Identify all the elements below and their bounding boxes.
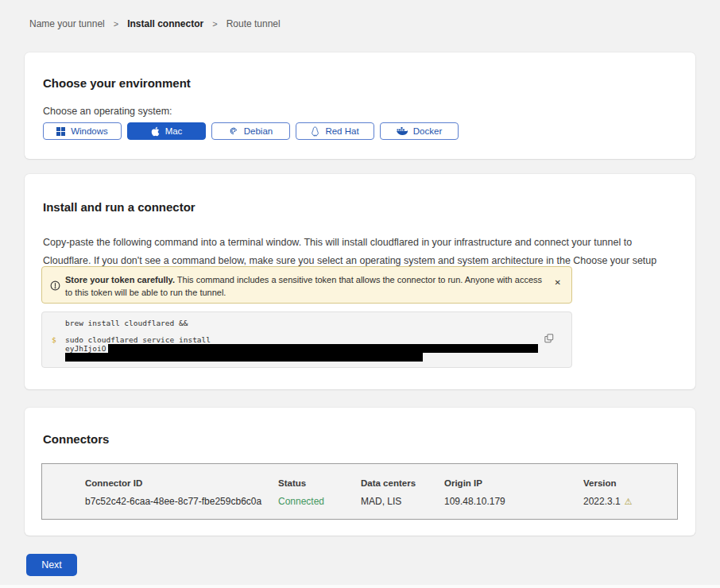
version-value: 2022.3.1⚠ (583, 496, 677, 507)
connectors-table-header: Connector ID Status Data centers Origin … (42, 478, 677, 488)
choose-environment-card: Choose your environment Choose an operat… (25, 52, 695, 159)
os-button-label: Red Hat (325, 126, 358, 136)
copy-icon[interactable] (544, 334, 554, 345)
apple-icon (151, 126, 160, 137)
column-version: Version (583, 478, 677, 488)
bottom-edge (0, 585, 720, 588)
install-connector-card: Install and run a connector Copy-paste t… (25, 174, 695, 389)
column-origin-ip: Origin IP (444, 478, 583, 488)
breadcrumb-separator: > (212, 19, 217, 29)
connector-id-value: b7c52c42-6caa-48ee-8c77-fbe259cb6c0a (85, 496, 278, 507)
windows-icon (56, 127, 65, 136)
code-prompt: $ (52, 335, 56, 344)
os-button-windows[interactable]: Windows (43, 122, 122, 140)
code-line-brew: brew install cloudflared && (65, 319, 188, 327)
os-button-redhat[interactable]: Red Hat (296, 122, 374, 140)
origin-ip-value: 109.48.10.179 (444, 496, 583, 507)
column-data-centers: Data centers (361, 478, 444, 488)
connectors-table: Connector ID Status Data centers Origin … (41, 463, 678, 520)
operating-system-label: Choose an operating system: (43, 106, 172, 117)
os-button-label: Docker (413, 126, 442, 136)
os-button-mac[interactable]: Mac (127, 122, 206, 140)
token-prefix: eyJhIjoiO (65, 344, 106, 353)
breadcrumb-install-connector[interactable]: Install connector (127, 18, 203, 29)
os-button-label: Debian (244, 126, 273, 136)
os-button-label: Mac (165, 126, 183, 136)
docker-whale-icon (397, 127, 408, 136)
install-command-codeblock: brew install cloudflared && $ sudo cloud… (41, 311, 572, 368)
status-badge: Connected (278, 496, 361, 507)
column-status: Status (278, 478, 361, 488)
os-button-group: Windows Mac Debian Red Hat (43, 122, 459, 140)
choose-environment-title: Choose your environment (43, 76, 191, 90)
breadcrumb-route-tunnel[interactable]: Route tunnel (226, 18, 281, 29)
os-button-debian[interactable]: Debian (211, 122, 290, 140)
connectors-title: Connectors (43, 432, 109, 446)
os-button-docker[interactable]: Docker (380, 122, 459, 140)
connectors-card: Connectors Connector ID Status Data cent… (25, 408, 695, 536)
breadcrumb-name-your-tunnel[interactable]: Name your tunnel (29, 18, 105, 29)
redacted-token-bar (108, 344, 538, 353)
data-centers-value: MAD, LIS (361, 496, 444, 507)
token-warning-bold: Store your token carefully. (65, 275, 175, 284)
token-warning-banner: Store your token carefully. This command… (41, 266, 572, 304)
connector-table-row: b7c52c42-6caa-48ee-8c77-fbe259cb6c0a Con… (42, 496, 677, 507)
version-warning-icon: ⚠ (625, 497, 633, 507)
column-connector-id: Connector ID (85, 478, 278, 488)
breadcrumb: Name your tunnel > Install connector > R… (29, 18, 281, 29)
redhat-linux-icon (311, 126, 319, 137)
os-button-label: Windows (71, 126, 108, 136)
info-circle-icon (50, 280, 60, 294)
next-button[interactable]: Next (26, 554, 77, 576)
close-icon[interactable]: ✕ (555, 279, 561, 287)
redacted-token-bar (65, 353, 423, 362)
breadcrumb-separator: > (114, 19, 118, 29)
code-line-sudo: sudo cloudflared service install (65, 335, 211, 344)
tunnel-setup-page: Name your tunnel > Install connector > R… (0, 0, 720, 588)
debian-swirl-icon (229, 126, 238, 136)
token-warning-text: Store your token carefully. This command… (65, 273, 550, 299)
install-connector-title: Install and run a connector (43, 200, 195, 214)
